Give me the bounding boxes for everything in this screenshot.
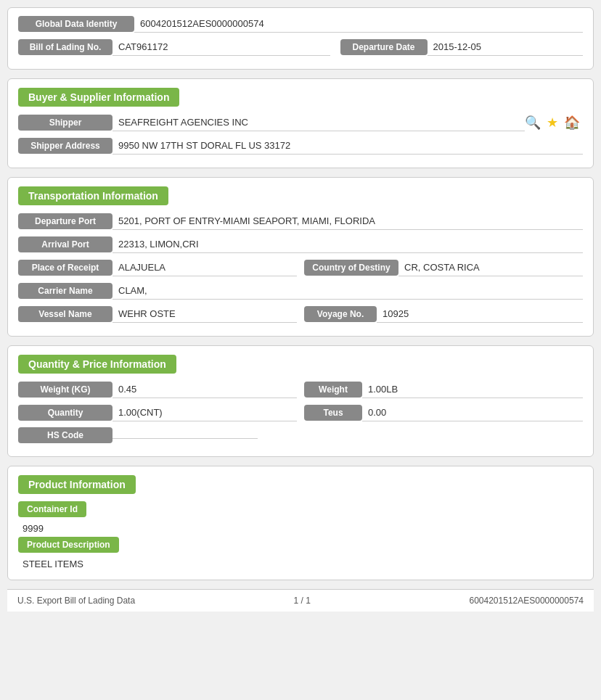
arrival-port-row: Arrival Port 22313, LIMON,CRI bbox=[18, 236, 583, 253]
shipper-address-label: Shipper Address bbox=[18, 138, 113, 154]
footer: U.S. Export Bill of Lading Data 1 / 1 60… bbox=[7, 589, 594, 612]
departure-port-value: 5201, PORT OF ENTRY-MIAMI SEAPORT, MIAMI… bbox=[113, 213, 583, 230]
product-description-value: STEEL ITEMS bbox=[18, 557, 583, 572]
quantity-label: Quantity bbox=[18, 405, 113, 421]
quantity-teus-row: Quantity 1.00(CNT) Teus 0.00 bbox=[18, 404, 583, 421]
bill-of-lading-value: CAT961172 bbox=[113, 38, 330, 56]
quantity-price-header: Quantity & Price Information bbox=[18, 355, 176, 374]
shipper-address-value: 9950 NW 17TH ST DORAL FL US 33172 bbox=[113, 137, 583, 155]
weight-kg-label: Weight (KG) bbox=[18, 382, 113, 398]
global-identity-value: 6004201512AES0000000574 bbox=[134, 15, 583, 33]
home-icon[interactable]: 🏠 bbox=[564, 115, 580, 131]
vessel-voyage-row: Vessel Name WEHR OSTE Voyage No. 10925 bbox=[18, 305, 583, 323]
quantity-price-card: Quantity & Price Information Weight (KG)… bbox=[7, 345, 594, 457]
teus-group: Teus 0.00 bbox=[304, 404, 583, 421]
global-identity-label: Global Data Identity bbox=[18, 16, 134, 32]
teus-label: Teus bbox=[304, 405, 362, 421]
hs-code-value bbox=[113, 432, 258, 439]
departure-port-row: Departure Port 5201, PORT OF ENTRY-MIAMI… bbox=[18, 213, 583, 230]
buyer-supplier-header: Buyer & Supplier Information bbox=[18, 88, 179, 107]
carrier-name-row: Carrier Name CLAM, bbox=[18, 282, 583, 300]
voyage-no-group: Voyage No. 10925 bbox=[304, 305, 583, 323]
country-of-destiny-group: Country of Destiny CR, COSTA RICA bbox=[304, 259, 583, 276]
hs-code-row: HS Code bbox=[18, 427, 583, 443]
bill-of-lading-row: Bill of Lading No. CAT961172 Departure D… bbox=[18, 38, 583, 56]
departure-date-label: Departure Date bbox=[340, 39, 428, 55]
departure-date-value: 2015-12-05 bbox=[428, 38, 583, 56]
quantity-value: 1.00(CNT) bbox=[113, 404, 297, 421]
departure-port-label: Departure Port bbox=[18, 213, 113, 229]
footer-center: 1 / 1 bbox=[294, 596, 311, 606]
voyage-no-label: Voyage No. bbox=[304, 306, 377, 322]
search-icon[interactable]: 🔍 bbox=[525, 115, 541, 131]
weight-row: Weight (KG) 0.45 Weight 1.00LB bbox=[18, 381, 583, 398]
quantity-group: Quantity 1.00(CNT) bbox=[18, 404, 297, 421]
buyer-supplier-card: Buyer & Supplier Information Shipper SEA… bbox=[7, 78, 594, 168]
action-icons: 🔍 ★ 🏠 bbox=[525, 115, 583, 131]
container-id-label: Container Id bbox=[18, 501, 86, 517]
arrival-port-label: Arrival Port bbox=[18, 236, 113, 252]
shipper-address-row: Shipper Address 9950 NW 17TH ST DORAL FL… bbox=[18, 137, 583, 155]
receipt-destiny-row: Place of Receipt ALAJUELA Country of Des… bbox=[18, 259, 583, 276]
bill-of-lading-label: Bill of Lading No. bbox=[18, 39, 113, 55]
weight-lb-group: Weight 1.00LB bbox=[304, 381, 583, 398]
product-description-label: Product Description bbox=[18, 537, 119, 553]
hs-code-label: HS Code bbox=[18, 427, 113, 443]
product-description-block: Product Description STEEL ITEMS bbox=[18, 537, 583, 572]
shipper-value: SEAFREIGHT AGENCIES INC bbox=[113, 114, 525, 131]
container-id-block: Container Id 9999 bbox=[18, 501, 583, 537]
arrival-port-value: 22313, LIMON,CRI bbox=[113, 236, 583, 253]
product-header: Product Information bbox=[18, 475, 136, 494]
shipper-label: Shipper bbox=[18, 115, 113, 131]
voyage-no-value: 10925 bbox=[377, 305, 583, 323]
teus-value: 0.00 bbox=[362, 404, 583, 421]
place-of-receipt-label: Place of Receipt bbox=[18, 260, 113, 276]
country-of-destiny-value: CR, COSTA RICA bbox=[398, 259, 583, 276]
product-card: Product Information Container Id 9999 Pr… bbox=[7, 466, 594, 580]
top-card: Global Data Identity 6004201512AES000000… bbox=[7, 7, 594, 70]
star-icon[interactable]: ★ bbox=[547, 115, 558, 131]
weight-lb-label: Weight bbox=[304, 382, 362, 398]
container-id-value: 9999 bbox=[18, 522, 583, 537]
footer-left: U.S. Export Bill of Lading Data bbox=[17, 596, 135, 606]
carrier-name-label: Carrier Name bbox=[18, 283, 113, 299]
global-identity-row: Global Data Identity 6004201512AES000000… bbox=[18, 15, 583, 33]
shipper-row: Shipper SEAFREIGHT AGENCIES INC 🔍 ★ 🏠 bbox=[18, 114, 583, 131]
carrier-name-value: CLAM, bbox=[113, 282, 583, 300]
place-of-receipt-value: ALAJUELA bbox=[113, 259, 297, 276]
page-container: Global Data Identity 6004201512AES000000… bbox=[0, 0, 601, 619]
weight-lb-value: 1.00LB bbox=[362, 381, 583, 398]
vessel-name-label: Vessel Name bbox=[18, 306, 113, 322]
vessel-name-group: Vessel Name WEHR OSTE bbox=[18, 305, 297, 323]
transportation-card: Transportation Information Departure Por… bbox=[7, 177, 594, 337]
place-of-receipt-group: Place of Receipt ALAJUELA bbox=[18, 259, 297, 276]
vessel-name-value: WEHR OSTE bbox=[113, 305, 297, 323]
country-of-destiny-label: Country of Destiny bbox=[304, 260, 398, 276]
weight-kg-value: 0.45 bbox=[113, 381, 297, 398]
weight-kg-group: Weight (KG) 0.45 bbox=[18, 381, 297, 398]
footer-right: 6004201512AES0000000574 bbox=[469, 596, 584, 606]
transportation-header: Transportation Information bbox=[18, 186, 168, 205]
